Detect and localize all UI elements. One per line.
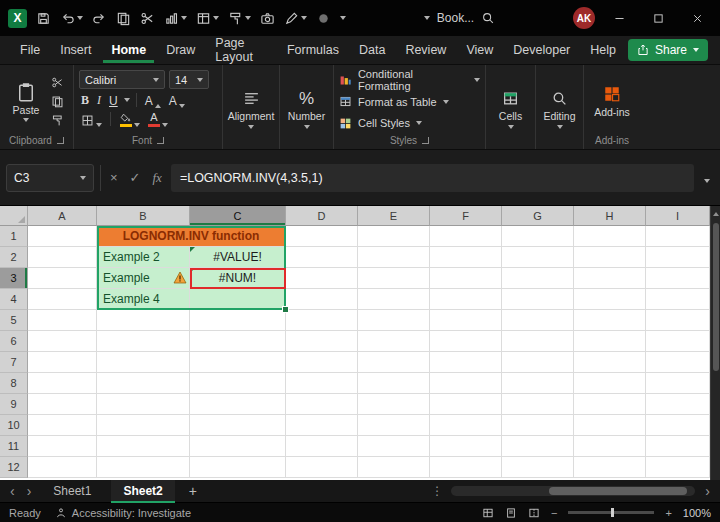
zoom-slider[interactable] [568, 511, 654, 514]
cell-A10[interactable] [28, 415, 97, 436]
cell-E4[interactable] [358, 289, 430, 310]
column-header-A[interactable]: A [28, 206, 97, 226]
column-header-B[interactable]: B [97, 206, 190, 226]
cell-F12[interactable] [430, 457, 502, 478]
cell-A6[interactable] [28, 331, 97, 352]
cell-F10[interactable] [430, 415, 502, 436]
cell-F5[interactable] [430, 310, 502, 331]
cell-G10[interactable] [502, 415, 574, 436]
cell-B12[interactable] [97, 457, 190, 478]
maximize-button[interactable] [643, 5, 673, 31]
sheet-tab-sheet2[interactable]: Sheet2 [111, 480, 174, 503]
cell-C6[interactable] [190, 331, 286, 352]
borders-button[interactable] [79, 111, 104, 127]
cell-F8[interactable] [430, 373, 502, 394]
tab-help[interactable]: Help [582, 38, 624, 63]
row-header-7[interactable]: 7 [0, 352, 28, 373]
dialog-launcher-icon[interactable] [422, 137, 429, 144]
cell-E11[interactable] [358, 436, 430, 457]
zoom-out-button[interactable]: − [551, 507, 557, 519]
cell-B6[interactable] [97, 331, 190, 352]
row-header-3[interactable]: 3 [0, 268, 28, 289]
sheet-options-icon[interactable]: ⋮ [431, 484, 443, 498]
cell-I4[interactable] [646, 289, 710, 310]
cell-I11[interactable] [646, 436, 710, 457]
cell-I2[interactable] [646, 247, 710, 268]
cell-H8[interactable] [574, 373, 646, 394]
cell-D8[interactable] [286, 373, 358, 394]
cell-G12[interactable] [502, 457, 574, 478]
column-header-H[interactable]: H [574, 206, 646, 226]
cell-H4[interactable] [574, 289, 646, 310]
cell-A7[interactable] [28, 352, 97, 373]
cell-D9[interactable] [286, 394, 358, 415]
cell-A5[interactable] [28, 310, 97, 331]
cell-B1[interactable]: LOGNORM.INV function [97, 226, 286, 247]
column-header-F[interactable]: F [430, 206, 502, 226]
scroll-up-icon[interactable] [713, 212, 719, 216]
cell-H7[interactable] [574, 352, 646, 373]
sheet-tab-sheet1[interactable]: Sheet1 [41, 480, 103, 503]
normal-view-button[interactable] [482, 507, 494, 519]
cell-I9[interactable] [646, 394, 710, 415]
cell-I7[interactable] [646, 352, 710, 373]
cell-A12[interactable] [28, 457, 97, 478]
grow-font-button[interactable]: A [143, 92, 163, 108]
cell-B9[interactable] [97, 394, 190, 415]
copy-icon[interactable] [51, 95, 64, 108]
paste-button[interactable]: Paste [5, 70, 47, 133]
save-button[interactable] [36, 11, 51, 26]
vertical-scrollbar[interactable] [710, 206, 720, 480]
cell-F11[interactable] [430, 436, 502, 457]
cell-I12[interactable] [646, 457, 710, 478]
row-header-10[interactable]: 10 [0, 415, 28, 436]
cell-C2[interactable]: #VALUE! [190, 247, 286, 268]
cell-D1[interactable] [286, 226, 358, 247]
cell-C11[interactable] [190, 436, 286, 457]
cell-A1[interactable] [28, 226, 97, 247]
cell-G1[interactable] [502, 226, 574, 247]
error-warning-icon[interactable] [173, 271, 187, 285]
conditional-formatting-button[interactable]: Conditional Formatting [339, 71, 480, 89]
qat-customize-button[interactable] [340, 16, 346, 20]
cell-C5[interactable] [190, 310, 286, 331]
page-layout-view-button[interactable] [505, 507, 517, 519]
cell-E9[interactable] [358, 394, 430, 415]
fill-color-button[interactable] [117, 111, 142, 127]
cell-I10[interactable] [646, 415, 710, 436]
column-header-E[interactable]: E [358, 206, 430, 226]
cell-A3[interactable] [28, 268, 97, 289]
cell-B4[interactable]: Example 4 [97, 289, 190, 310]
cell-C4[interactable] [190, 289, 286, 310]
zoom-slider-thumb[interactable] [611, 508, 614, 517]
name-box[interactable]: C3 [6, 164, 94, 192]
addins-group[interactable]: Add-ins Add-ins [584, 65, 640, 149]
insert-function-button[interactable]: fx [150, 170, 165, 186]
alignment-group[interactable]: Alignment [223, 65, 280, 149]
horizontal-scrollbar[interactable] [451, 486, 695, 496]
cell-H9[interactable] [574, 394, 646, 415]
cell-D7[interactable] [286, 352, 358, 373]
cell-I6[interactable] [646, 331, 710, 352]
undo-button[interactable] [60, 11, 83, 26]
column-header-C[interactable]: C [190, 206, 286, 226]
scroll-right-button[interactable]: › [703, 484, 712, 498]
column-header-G[interactable]: G [502, 206, 574, 226]
select-all-corner[interactable] [0, 206, 28, 226]
format-painter-icon[interactable] [51, 114, 64, 127]
tab-home[interactable]: Home [103, 38, 154, 63]
row-header-4[interactable]: 4 [0, 289, 28, 310]
bold-button[interactable]: B [79, 92, 91, 108]
row-header-5[interactable]: 5 [0, 310, 28, 331]
chart-button[interactable] [164, 11, 187, 26]
cell-I3[interactable] [646, 268, 710, 289]
cell-E2[interactable] [358, 247, 430, 268]
cell-B7[interactable] [97, 352, 190, 373]
cell-G3[interactable] [502, 268, 574, 289]
cell-H3[interactable] [574, 268, 646, 289]
cell-I5[interactable] [646, 310, 710, 331]
cell-A2[interactable] [28, 247, 97, 268]
row-header-2[interactable]: 2 [0, 247, 28, 268]
cell-C10[interactable] [190, 415, 286, 436]
formula-input[interactable]: =LOGNORM.INV(4,3.5,1) [171, 164, 694, 192]
